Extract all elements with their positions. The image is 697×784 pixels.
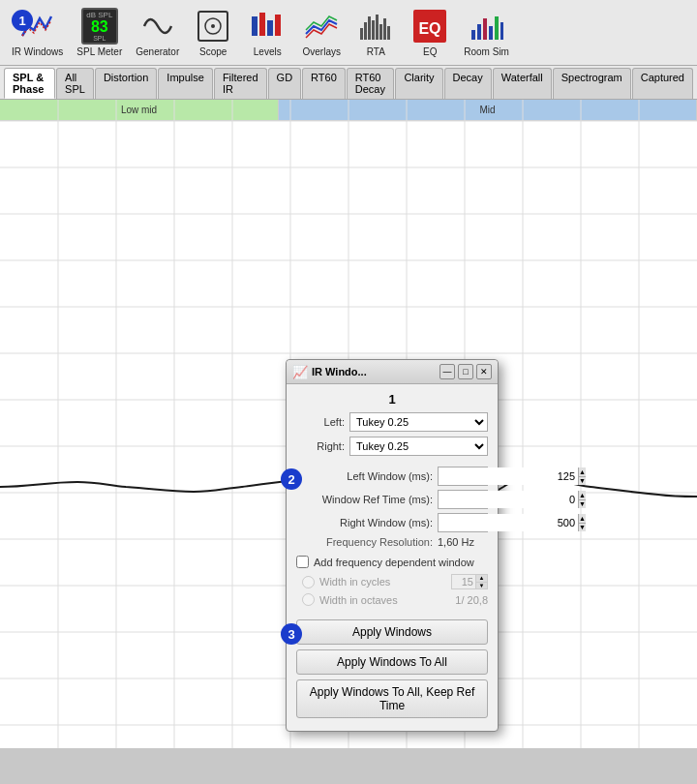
ir-window-dialog: 📈 IR Windo... — □ ✕ 1 Left: Tukey 0.25 T… bbox=[286, 359, 499, 732]
svg-rect-4 bbox=[259, 13, 265, 36]
svg-rect-5 bbox=[267, 20, 273, 36]
tab-waterfall[interactable]: Waterfall bbox=[493, 68, 552, 99]
toolbar-item-overlays[interactable]: Overlays bbox=[297, 6, 346, 59]
room-sim-icon bbox=[469, 8, 505, 45]
toolbar-item-spl-meter[interactable]: dB SPL 83 SPL SPL Meter bbox=[73, 6, 126, 59]
width-cycles-down[interactable]: ▼ bbox=[476, 583, 487, 589]
toolbar-item-levels[interactable]: Levels bbox=[243, 6, 291, 59]
left-window-spin: ▲ ▼ bbox=[438, 467, 488, 486]
svg-rect-3 bbox=[252, 16, 258, 36]
dialog-title: 📈 IR Windo... bbox=[292, 365, 367, 379]
toolbar-item-room-sim[interactable]: Room Sim bbox=[460, 6, 513, 59]
tab-spectrogram[interactable]: Spectrogram bbox=[553, 68, 631, 99]
dialog-restore-btn[interactable]: □ bbox=[458, 364, 473, 379]
dialog-close-btn[interactable]: ✕ bbox=[476, 364, 492, 379]
tab-filtered-ir[interactable]: Filtered IR bbox=[214, 68, 267, 99]
svg-point-2 bbox=[211, 24, 215, 28]
width-octaves-value: 1/ 20,8 bbox=[449, 594, 488, 606]
left-window-label: Left Window (ms): bbox=[296, 470, 433, 482]
svg-rect-17 bbox=[471, 30, 475, 40]
window-ref-spin: ▲ ▼ bbox=[438, 490, 488, 509]
toolbar-item-scope[interactable]: Scope bbox=[189, 6, 237, 59]
overlays-icon bbox=[303, 8, 340, 45]
svg-rect-6 bbox=[275, 15, 281, 36]
badge-2: 2 bbox=[281, 468, 302, 490]
width-octaves-row: Width in octaves 1/ 20,8 bbox=[296, 593, 488, 606]
eq-label: EQ bbox=[423, 46, 437, 57]
right-window-down[interactable]: ▼ bbox=[579, 524, 586, 532]
right-window-up[interactable]: ▲ bbox=[579, 514, 586, 524]
dialog-minimize-btn[interactable]: — bbox=[439, 364, 455, 379]
apply-windows-section: 3 Apply Windows bbox=[296, 619, 488, 649]
tab-clarity[interactable]: Clarity bbox=[395, 68, 442, 99]
tab-spl-phase[interactable]: SPL & Phase bbox=[4, 68, 55, 99]
right-label: Right: bbox=[296, 440, 345, 452]
svg-rect-22 bbox=[500, 22, 503, 40]
right-select[interactable]: Tukey 0.25 Tukey 0.5 Hann Rectangular bbox=[349, 437, 488, 456]
width-cycles-row: Width in cycles ▲ ▼ bbox=[296, 574, 488, 589]
right-window-input[interactable] bbox=[439, 514, 578, 531]
left-window-row: Left Window (ms): ▲ ▼ bbox=[296, 467, 488, 486]
generator-icon bbox=[139, 8, 176, 45]
apply-windows-all-ref-btn[interactable]: Apply Windows To All, Keep Ref Time bbox=[296, 679, 488, 718]
tab-decay[interactable]: Decay bbox=[444, 68, 492, 99]
room-sim-label: Room Sim bbox=[464, 46, 509, 57]
tab-all-spl[interactable]: All SPL bbox=[56, 68, 94, 99]
apply-windows-all-btn[interactable]: Apply Windows To All bbox=[296, 649, 488, 675]
window-ref-up[interactable]: ▲ bbox=[579, 491, 586, 500]
tabs-row: SPL & Phase All SPL Distortion Impulse F… bbox=[0, 66, 697, 100]
width-cycles-up[interactable]: ▲ bbox=[476, 575, 487, 583]
svg-rect-7 bbox=[360, 28, 363, 40]
right-window-spin: ▲ ▼ bbox=[438, 513, 488, 532]
width-octaves-radio[interactable] bbox=[302, 593, 315, 606]
tab-impulse[interactable]: Impulse bbox=[158, 68, 213, 99]
right-window-arrows: ▲ ▼ bbox=[578, 514, 586, 531]
left-window-section: 2 Left Window (ms): ▲ ▼ bbox=[296, 467, 488, 486]
eq-icon: EQ bbox=[411, 8, 448, 45]
dialog-titlebar: 📈 IR Windo... — □ ✕ bbox=[287, 360, 498, 384]
tab-gd[interactable]: GD bbox=[268, 68, 302, 99]
add-freq-checkbox[interactable] bbox=[296, 556, 309, 568]
svg-rect-9 bbox=[368, 16, 371, 40]
right-form-row: Right: Tukey 0.25 Tukey 0.5 Hann Rectang… bbox=[296, 437, 488, 456]
tab-captured[interactable]: Captured bbox=[632, 68, 693, 99]
window-ref-row: Window Ref Time (ms): ▲ ▼ bbox=[296, 490, 488, 509]
width-cycles-radio[interactable] bbox=[302, 576, 315, 588]
toolbar-item-rta[interactable]: RTA bbox=[351, 6, 400, 59]
freq-res-row: Frequency Resolution: 1,60 Hz bbox=[296, 536, 488, 548]
overlays-label: Overlays bbox=[303, 46, 341, 57]
window-ref-down[interactable]: ▼ bbox=[579, 500, 586, 509]
left-label: Left: bbox=[296, 416, 345, 428]
svg-rect-19 bbox=[483, 18, 487, 40]
width-cycles-label: Width in cycles bbox=[319, 576, 447, 588]
levels-icon bbox=[249, 8, 286, 45]
left-window-input[interactable] bbox=[439, 467, 578, 485]
toolbar: 1 IR Windows dB SPL 83 SPL SPL Meter Gen… bbox=[0, 0, 697, 66]
dialog-controls: — □ ✕ bbox=[439, 364, 492, 379]
ir-windows-label: IR Windows bbox=[12, 46, 63, 57]
toolbar-item-ir-windows[interactable]: 1 IR Windows bbox=[8, 6, 67, 59]
apply-windows-btn[interactable]: Apply Windows bbox=[296, 619, 488, 645]
freq-res-label: Frequency Resolution: bbox=[296, 536, 433, 548]
svg-rect-11 bbox=[376, 15, 379, 40]
dialog-number: 1 bbox=[296, 392, 488, 407]
left-window-arrows: ▲ ▼ bbox=[578, 467, 586, 485]
left-form-row: Left: Tukey 0.25 Tukey 0.5 Hann Rectangu… bbox=[296, 412, 488, 432]
toolbar-item-generator[interactable]: Generator bbox=[132, 6, 183, 59]
left-select[interactable]: Tukey 0.25 Tukey 0.5 Hann Rectangular bbox=[349, 412, 488, 432]
tab-distortion[interactable]: Distortion bbox=[95, 68, 157, 99]
left-window-down[interactable]: ▼ bbox=[579, 477, 586, 486]
rta-icon bbox=[357, 8, 394, 45]
dialog-title-text: IR Windo... bbox=[312, 366, 367, 377]
rta-label: RTA bbox=[367, 46, 385, 57]
tab-rt60[interactable]: RT60 bbox=[302, 68, 346, 99]
window-ref-arrows: ▲ ▼ bbox=[578, 491, 586, 508]
tab-rt60-decay[interactable]: RT60 Decay bbox=[347, 68, 395, 99]
toolbar-item-eq[interactable]: EQ EQ bbox=[406, 6, 454, 59]
add-freq-row: Add frequency dependent window bbox=[296, 556, 488, 568]
left-window-up[interactable]: ▲ bbox=[579, 467, 586, 477]
window-ref-input[interactable] bbox=[439, 491, 578, 508]
width-cycles-input[interactable] bbox=[452, 575, 475, 588]
spl-meter-icon: dB SPL 83 SPL bbox=[81, 8, 118, 45]
scope-icon bbox=[195, 8, 231, 45]
